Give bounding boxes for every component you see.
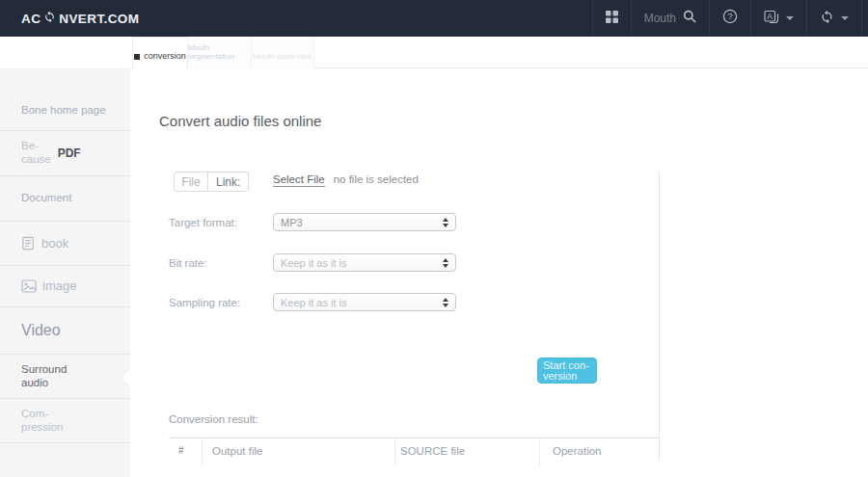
- column-header-output-file: Output file: [203, 438, 395, 465]
- tab-mouth-segmentation[interactable]: Mouth segmentation: [188, 37, 252, 68]
- link-tab[interactable]: Link:: [208, 172, 248, 191]
- refresh-icon: [42, 11, 57, 26]
- conversion-result-label: Conversion result:: [169, 413, 258, 425]
- sampling-rate-label: Sampling rate:: [169, 297, 273, 308]
- active-item-arrow: [122, 369, 130, 386]
- sidebar-item-label: Be- cause: [21, 140, 51, 167]
- start-conversion-button[interactable]: Start con- version: [537, 358, 597, 384]
- select-arrows-icon: [443, 218, 448, 227]
- sidebar-item-label: Bone home page: [21, 104, 106, 118]
- sidebar-item-label: image: [42, 278, 76, 294]
- tab-label: Mouth cloud rank: [253, 52, 312, 61]
- target-format-label: Target format:: [169, 217, 273, 228]
- bit-rate-row: Bit rate: Keep it as it is: [169, 253, 456, 272]
- source-toggle: File Link:: [174, 172, 249, 192]
- file-status-text: no file is selected: [334, 173, 419, 185]
- top-bar: AC NVERT.COM Mouth ? A: [0, 0, 868, 37]
- svg-text:A: A: [767, 11, 773, 20]
- sidebar-item-pdf[interactable]: Be- cause PDF: [0, 131, 130, 176]
- search-button[interactable]: Mouth: [631, 0, 709, 37]
- converter-menu-button[interactable]: [806, 0, 862, 37]
- sidebar-item-label: Surround audio: [21, 363, 67, 390]
- apps-grid-button[interactable]: [592, 0, 631, 37]
- page-title: Convert audio files online: [159, 113, 321, 129]
- logo[interactable]: AC NVERT.COM: [21, 11, 139, 26]
- header-actions: Mouth ? A: [592, 0, 862, 37]
- tabs: conversion Mouth segmentation Mouth clou…: [132, 37, 314, 68]
- sidebar-item-home[interactable]: Bone home page: [0, 68, 130, 131]
- logo-text-prefix: AC: [21, 12, 41, 26]
- sidebar: Bone home page Be- cause PDF Document bo…: [0, 68, 130, 477]
- content-divider: [659, 172, 660, 461]
- select-arrows-icon: [443, 258, 448, 268]
- help-button[interactable]: ?: [709, 0, 750, 37]
- tab-bar: conversion Mouth segmentation Mouth clou…: [0, 37, 868, 68]
- result-table-header: # Output file SOURCE file Operation: [169, 437, 659, 465]
- select-file-button[interactable]: Select File: [273, 173, 325, 187]
- apps-grid-icon: [606, 10, 618, 27]
- search-icon: [683, 10, 696, 27]
- image-icon: [21, 279, 37, 293]
- select-value: MP3: [281, 217, 443, 228]
- tab-label: conversion: [144, 51, 186, 61]
- conversion-tab-icon: [134, 54, 140, 60]
- column-header-number: #: [169, 438, 203, 465]
- target-format-select[interactable]: MP3: [273, 213, 456, 231]
- file-tab[interactable]: File: [175, 172, 208, 191]
- sidebar-item-label: book: [41, 236, 68, 252]
- chevron-down-icon: [841, 16, 849, 20]
- chevron-down-icon: [786, 16, 794, 20]
- sidebar-item-compression[interactable]: Com- pression: [0, 399, 130, 443]
- refresh-icon: [820, 10, 834, 28]
- sidebar-item-video[interactable]: Video: [0, 307, 130, 355]
- select-value: Keep it as it is: [281, 257, 443, 269]
- sidebar-item-surround-audio[interactable]: Surround audio: [0, 355, 130, 399]
- language-icon: A: [764, 10, 779, 28]
- select-arrows-icon: [443, 298, 448, 307]
- bit-rate-label: Bit rate:: [169, 257, 273, 269]
- file-picker: Select File no file is selected: [273, 173, 419, 187]
- select-value: Keep it as it is: [281, 297, 443, 308]
- sidebar-item-label: Video: [21, 321, 61, 339]
- svg-text:?: ?: [727, 12, 732, 21]
- pdf-badge: PDF: [58, 146, 81, 160]
- sidebar-item-label: Com- pression: [21, 408, 63, 435]
- app-window: AC NVERT.COM Mouth ? A: [0, 0, 868, 477]
- sidebar-item-label: Document: [21, 192, 71, 205]
- language-menu-button[interactable]: A: [750, 0, 806, 37]
- sampling-rate-row: Sampling rate: Keep it as it is: [169, 293, 456, 311]
- tab-mouth-cloud-rank[interactable]: Mouth cloud rank: [252, 37, 314, 68]
- bit-rate-select[interactable]: Keep it as it is: [273, 253, 456, 272]
- help-icon: ?: [722, 9, 738, 28]
- logo-text-suffix: NVERT.COM: [59, 12, 139, 26]
- column-header-operation: Operation: [540, 438, 659, 465]
- column-header-source-file: SOURCE file: [395, 438, 540, 465]
- sidebar-item-document[interactable]: Document: [0, 176, 130, 222]
- book-icon: [21, 236, 36, 251]
- tab-label: Mouth segmentation: [188, 43, 251, 61]
- sidebar-item-ebook[interactable]: book: [0, 222, 130, 266]
- search-query-text: Mouth: [644, 12, 676, 25]
- target-format-row: Target format: MP3: [169, 213, 456, 231]
- sidebar-item-image[interactable]: image: [0, 266, 130, 307]
- sampling-rate-select[interactable]: Keep it as it is: [273, 293, 456, 311]
- tab-conversion[interactable]: conversion: [132, 37, 188, 69]
